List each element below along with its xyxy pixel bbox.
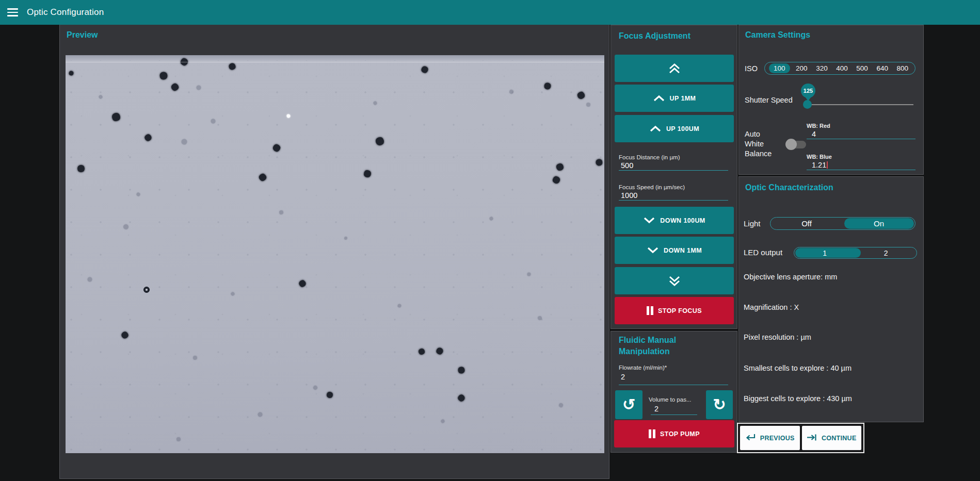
- cell-speck: [143, 133, 153, 142]
- pump-reverse-button[interactable]: ↺: [615, 390, 642, 419]
- stop-focus-label: STOP FOCUS: [658, 307, 702, 314]
- focus-up-1mm-button[interactable]: UP 1MM: [615, 85, 734, 112]
- stop-pump-button[interactable]: STOP PUMP: [614, 420, 734, 447]
- volume-label: Volume to pas...: [649, 396, 699, 403]
- focus-adjustment-panel: Focus Adjustment UP 1MM UP 100UM Focus D…: [611, 25, 737, 329]
- cell-speck: [576, 90, 586, 101]
- previous-button[interactable]: PREVIOUS: [740, 426, 800, 450]
- iso-option-200[interactable]: 200: [793, 63, 810, 73]
- led-option-2[interactable]: 2: [856, 247, 917, 258]
- volume-input[interactable]: 2: [654, 405, 658, 413]
- light-off-option[interactable]: Off: [770, 218, 843, 229]
- chevron-up-icon: [653, 95, 665, 102]
- cell-speck: [344, 237, 348, 240]
- cell-speck: [457, 394, 466, 403]
- focus-speed-input[interactable]: 1000: [621, 191, 637, 200]
- cell-speck: [98, 94, 103, 99]
- led-output-toggle-group: 1 2: [794, 247, 917, 259]
- cell-speck: [87, 276, 93, 283]
- focus-fast-up-button[interactable]: [615, 55, 734, 82]
- cell-speck: [457, 366, 466, 374]
- cell-speck: [373, 101, 378, 105]
- focus-up-1mm-label: UP 1MM: [670, 95, 696, 102]
- continue-button[interactable]: CONTINUE: [802, 426, 862, 450]
- optic-configuration-screen: Optic Configuration Preview Focus Adjust…: [0, 0, 980, 481]
- cell-speck: [192, 356, 197, 360]
- iso-option-800[interactable]: 800: [894, 63, 911, 73]
- light-label: Light: [744, 219, 761, 228]
- previous-label: PREVIOUS: [760, 435, 795, 442]
- cell-speck: [142, 285, 151, 294]
- focus-down-100um-label: DOWN 100UM: [660, 217, 705, 224]
- cell-speck: [110, 111, 122, 123]
- shutter-speed-slider-track[interactable]: [807, 104, 913, 105]
- cell-speck: [230, 291, 235, 296]
- cell-speck: [272, 143, 281, 152]
- stop-pump-label: STOP PUMP: [660, 430, 700, 438]
- cell-speck: [374, 136, 385, 147]
- focus-title: Focus Adjustment: [619, 30, 690, 42]
- optic-characterization-title: Optic Characterization: [745, 182, 833, 193]
- cell-speck: [555, 162, 566, 172]
- wb-red-input[interactable]: 4: [812, 130, 816, 138]
- led-output-label: LED output: [744, 248, 782, 257]
- objective-lens-aperture-text: Objective lens aperture: mm: [744, 273, 837, 281]
- volume-underline: [651, 414, 697, 415]
- focus-down-100um-button[interactable]: DOWN 100UM: [615, 207, 734, 234]
- cell-speck: [122, 223, 130, 230]
- cell-speck: [509, 89, 515, 95]
- cell-speck: [76, 164, 86, 173]
- light-on-option[interactable]: On: [843, 218, 915, 229]
- fluidic-title: Fluidic Manual Manipulation: [619, 335, 709, 357]
- shutter-speed-slider-thumb[interactable]: [803, 100, 812, 109]
- cell-speck: [489, 216, 494, 221]
- double-chevron-down-icon: [668, 275, 681, 287]
- cell-speck: [326, 391, 333, 399]
- focus-fast-down-button[interactable]: [615, 267, 734, 294]
- stop-focus-button[interactable]: STOP FOCUS: [615, 297, 734, 324]
- double-chevron-up-icon: [668, 63, 681, 74]
- cell-speck: [69, 71, 74, 75]
- pump-forward-button[interactable]: ↻: [706, 390, 733, 419]
- flowrate-input[interactable]: 2: [621, 373, 625, 381]
- continue-label: CONTINUE: [822, 435, 857, 442]
- focus-speed-label: Focus Speed (in µm/sec): [619, 184, 685, 190]
- chevron-up-icon: [649, 125, 662, 132]
- app-title: Optic Configuration: [27, 7, 104, 18]
- chevron-down-icon: [647, 247, 659, 254]
- rotate-ccw-icon: ↺: [622, 397, 635, 412]
- iso-option-320[interactable]: 320: [813, 63, 830, 73]
- led-option-1[interactable]: 1: [794, 247, 856, 258]
- wb-red-underline: [807, 139, 915, 139]
- pause-icon: [647, 306, 653, 315]
- cell-speck: [196, 85, 201, 90]
- cell-speck: [440, 419, 445, 424]
- cell-speck: [552, 176, 561, 185]
- camera-settings-title: Camera Settings: [745, 29, 810, 41]
- auto-white-balance-label: Auto White Balance: [745, 129, 778, 159]
- iso-option-500[interactable]: 500: [854, 63, 871, 73]
- focus-up-100um-button[interactable]: UP 100UM: [615, 115, 734, 142]
- focus-distance-input[interactable]: 500: [621, 161, 633, 170]
- focus-distance-label: Focus Distance (in µm): [619, 154, 680, 160]
- light-toggle-group: Off On: [770, 217, 915, 230]
- iso-option-640[interactable]: 640: [874, 63, 891, 73]
- wb-blue-input[interactable]: 1.21: [812, 161, 828, 169]
- preview-panel: Preview: [59, 25, 609, 479]
- cell-speck: [417, 347, 426, 356]
- fluidic-panel: Fluidic Manual Manipulation Flowrate (ml…: [611, 331, 737, 453]
- cell-speck: [397, 304, 402, 308]
- menu-icon[interactable]: [7, 8, 18, 16]
- camera-settings-panel: Camera Settings ISO 100 200 320 400 500 …: [738, 25, 924, 175]
- cell-speck: [227, 61, 236, 71]
- iso-option-100[interactable]: 100: [769, 63, 790, 73]
- cell-speck: [586, 102, 590, 107]
- cell-speck: [286, 114, 291, 119]
- focus-down-1mm-button[interactable]: DOWN 1MM: [615, 237, 734, 264]
- navigation-buttons: PREVIOUS CONTINUE: [737, 423, 864, 453]
- auto-white-balance-toggle[interactable]: [787, 141, 806, 148]
- focus-up-100um-label: UP 100UM: [666, 125, 699, 132]
- cell-speck: [170, 82, 180, 92]
- iso-option-400[interactable]: 400: [833, 63, 850, 73]
- cell-speck: [279, 210, 283, 214]
